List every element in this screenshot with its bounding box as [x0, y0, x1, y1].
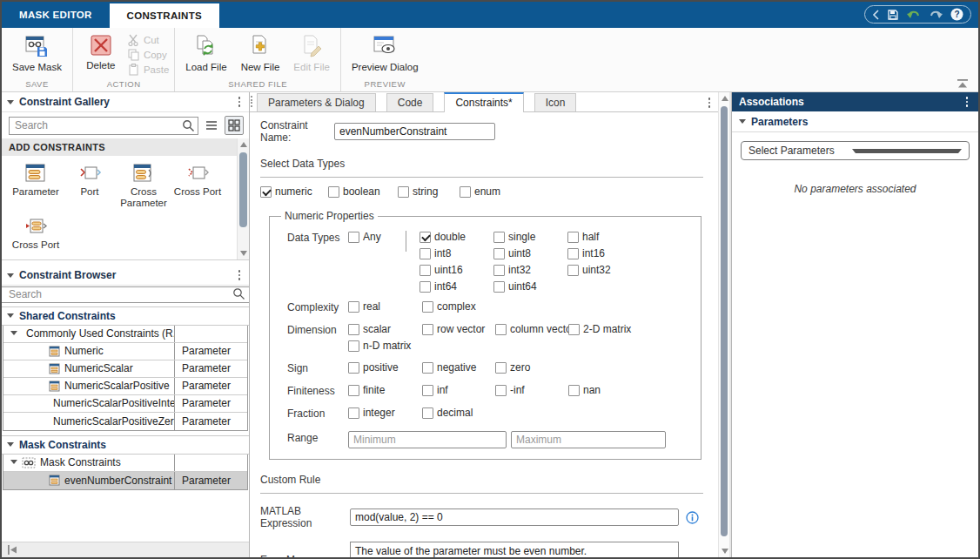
gallery-item-cross-port-2[interactable]: Cross Port	[9, 216, 63, 251]
checkbox-n-d-matrix[interactable]: n-D matrix	[348, 340, 422, 352]
browser-menu-icon[interactable]	[235, 268, 245, 282]
checkbox-box[interactable]	[348, 324, 359, 335]
checkbox-box[interactable]	[422, 324, 433, 335]
undo-icon[interactable]	[907, 9, 921, 21]
checkbox-int8[interactable]: int8	[420, 247, 493, 259]
error-message-textarea[interactable]	[350, 542, 679, 557]
gallery-item-parameter[interactable]: Parameter	[9, 163, 63, 209]
tree-row-NumericScalarPositiveInteger[interactable]: NumericScalarPositiveIntegerParameter	[3, 395, 247, 413]
scroll-up-icon[interactable]	[240, 142, 247, 147]
checkbox-any[interactable]: Any	[348, 231, 402, 243]
copy-button[interactable]: Copy	[127, 49, 169, 61]
checkbox-box[interactable]	[422, 301, 433, 313]
checkbox-box[interactable]	[328, 186, 339, 198]
checkbox-box[interactable]	[348, 407, 359, 419]
tab-parameters-dialog[interactable]: Parameters & Dialog	[257, 93, 376, 111]
checkbox-nan[interactable]: nan	[568, 384, 692, 396]
tree-row-NumericScalarPositive[interactable]: NumericScalarPositiveParameter	[3, 378, 247, 395]
tab-constraints-editor[interactable]: Constraints*	[444, 92, 523, 112]
checkbox-box[interactable]	[420, 281, 431, 293]
checkbox-box[interactable]	[568, 324, 580, 335]
checkbox-finite[interactable]: finite	[348, 384, 422, 396]
checkbox-box[interactable]	[348, 385, 359, 396]
chevron-left-icon[interactable]	[872, 10, 879, 20]
editor-tabs-menu-icon[interactable]	[705, 96, 715, 110]
checkbox-inf[interactable]: inf	[422, 384, 495, 396]
redo-icon[interactable]	[929, 9, 943, 21]
tree-row-NumericScalarPositiveZero[interactable]: NumericScalarPositiveZeroParameter	[3, 413, 247, 430]
checkbox-enum[interactable]: enum	[460, 185, 703, 198]
panel-grip-icon[interactable]	[251, 96, 252, 107]
browser-search-input[interactable]	[2, 286, 249, 303]
mask-constraints-bar[interactable]: Mask Constraints	[2, 435, 249, 455]
checkbox-box[interactable]	[348, 301, 359, 313]
main-scrollbar[interactable]	[718, 92, 729, 557]
checkbox-box[interactable]	[348, 340, 359, 352]
checkbox-positive[interactable]: positive	[348, 361, 422, 374]
checkbox-double[interactable]: double	[420, 231, 493, 243]
checkbox-int64[interactable]: int64	[420, 280, 493, 293]
gallery-item-port[interactable]: Port	[63, 163, 117, 209]
checkbox-boolean[interactable]: boolean	[328, 185, 398, 198]
gallery-scrollbar-thumb[interactable]	[239, 152, 247, 227]
associations-menu-icon[interactable]	[963, 95, 972, 109]
checkbox-box[interactable]	[420, 248, 431, 259]
checkbox-box[interactable]	[495, 385, 507, 396]
collapse-panel-icon[interactable]	[7, 545, 17, 555]
checkbox-box[interactable]	[422, 385, 433, 396]
collapse-arrow-icon[interactable]	[10, 460, 17, 468]
grid-view-button[interactable]	[225, 116, 244, 135]
checkbox-2-d-matrix[interactable]: 2-D matrix	[568, 323, 692, 335]
delete-button[interactable]: Delete	[78, 31, 124, 71]
shared-constraints-bar[interactable]: Shared Constraints	[2, 306, 249, 326]
checkbox-box[interactable]	[567, 265, 579, 276]
checkbox-uint16[interactable]: uint16	[420, 264, 493, 276]
checkbox-box[interactable]	[260, 186, 272, 198]
checkbox-box[interactable]	[495, 324, 507, 335]
tab-constraints[interactable]: CONSTRAINTS	[110, 3, 219, 28]
checkbox-box[interactable]	[567, 232, 579, 243]
checkbox-uint64[interactable]: uint64	[493, 280, 567, 293]
checkbox-integer[interactable]: integer	[348, 407, 422, 419]
checkbox-int32[interactable]: int32	[493, 264, 567, 276]
cut-button[interactable]: Cut	[127, 34, 169, 46]
checkbox-box[interactable]	[493, 248, 505, 259]
scroll-up-icon[interactable]	[722, 96, 728, 101]
checkbox-int16[interactable]: int16	[567, 247, 611, 259]
list-view-button[interactable]	[202, 116, 221, 135]
checkbox-box[interactable]	[420, 232, 431, 243]
checkbox-box[interactable]	[460, 186, 471, 198]
tab-mask-editor[interactable]: MASK EDITOR	[2, 2, 110, 28]
checkbox-box[interactable]	[348, 232, 359, 243]
constraint-name-input[interactable]	[334, 123, 495, 140]
help-icon[interactable]: ?	[950, 8, 963, 21]
collapse-arrow-icon[interactable]	[7, 273, 14, 281]
checkbox-box[interactable]	[567, 248, 579, 259]
save-mask-button[interactable]: Save Mask	[7, 31, 67, 72]
range-minimum-input[interactable]	[348, 431, 507, 448]
matlab-expression-input[interactable]	[350, 508, 679, 526]
save-icon[interactable]	[887, 9, 899, 21]
collapse-arrow-icon[interactable]	[7, 100, 14, 108]
checkbox-half[interactable]: half	[567, 231, 611, 243]
new-file-button[interactable]: New File	[236, 31, 285, 72]
checkbox-box[interactable]	[348, 362, 359, 374]
collapse-ribbon-icon[interactable]	[956, 79, 970, 89]
collapse-arrow-icon[interactable]	[10, 331, 17, 339]
checkbox-box[interactable]	[493, 281, 505, 293]
checkbox-box[interactable]	[495, 362, 507, 374]
checkbox-box[interactable]	[420, 265, 431, 276]
checkbox-string[interactable]: string	[398, 185, 460, 198]
checkbox-column-vector[interactable]: column vector	[495, 323, 568, 335]
tree-row-Numeric[interactable]: NumericParameter	[3, 343, 247, 360]
checkbox-numeric[interactable]: numeric	[260, 185, 328, 198]
preview-dialog-button[interactable]: Preview Dialog	[346, 31, 424, 72]
scroll-down-icon[interactable]	[240, 251, 247, 256]
tab-icon[interactable]: Icon	[534, 93, 577, 111]
info-icon[interactable]	[686, 511, 699, 524]
checkbox-box[interactable]	[493, 265, 505, 276]
checkbox-uint32[interactable]: uint32	[567, 264, 611, 276]
parameters-section-bar[interactable]: Parameters	[732, 111, 978, 132]
paste-button[interactable]: Paste	[127, 64, 169, 76]
checkbox-row-vector[interactable]: row vector	[422, 323, 495, 335]
